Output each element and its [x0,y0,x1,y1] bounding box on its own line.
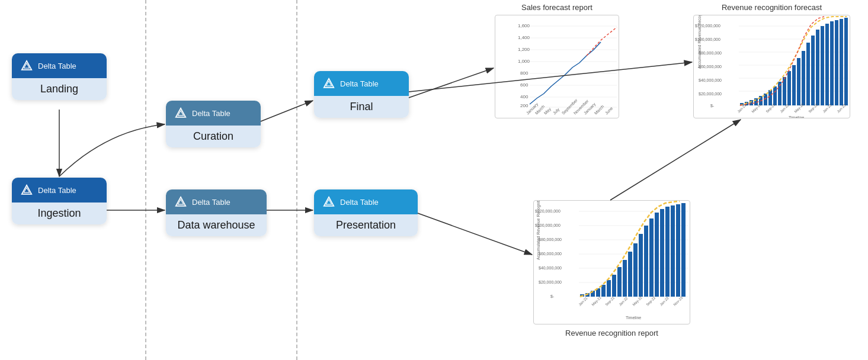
svg-text:Timeline: Timeline [626,316,641,320]
chart-sales-forecast-label: Sales forecast report [495,3,619,12]
svg-text:Sep-21: Sep-21 [604,295,615,306]
node-curation-body: Curation [166,126,261,147]
svg-text:1,200: 1,200 [518,47,530,52]
node-presentation-header-text: Delta Table [340,198,379,207]
divider-1 [145,0,146,360]
node-presentation-body: Presentation [314,214,418,236]
svg-text:1,000: 1,000 [518,59,530,64]
node-datawarehouse-header: Delta Table [166,189,267,214]
chart-sales-forecast-svg: 1,600 1,400 1,200 1,000 800 600 400 200 … [495,15,619,118]
node-landing-header-text: Delta Table [38,62,76,70]
node-final-header-text: Delta Table [340,79,379,88]
svg-line-120 [261,101,313,121]
svg-rect-57 [825,24,829,105]
svg-rect-60 [840,19,843,105]
svg-text:Nov-23: Nov-23 [672,295,683,306]
svg-rect-55 [816,30,819,105]
chart-sales-forecast: 1,600 1,400 1,200 1,000 800 600 400 200 … [495,15,619,118]
svg-rect-52 [802,51,805,105]
svg-text:July: July [552,107,561,116]
svg-rect-102 [665,207,670,297]
node-ingestion-header-text: Delta Table [38,186,76,195]
node-curation-header-text: Delta Table [192,109,230,118]
node-curation-header: Delta Table [166,101,261,126]
svg-rect-54 [811,36,815,105]
node-ingestion-header: Delta Table [12,178,107,202]
diagram-container: Delta Table Landing Delta Table Ingestio… [0,0,868,360]
svg-rect-41 [750,100,753,105]
svg-rect-46 [773,86,777,105]
svg-rect-90 [601,285,606,297]
node-landing: Delta Table Landing [12,53,107,100]
svg-rect-100 [655,213,659,297]
svg-text:$-: $- [710,104,715,108]
svg-text:$40,000,000: $40,000,000 [699,78,722,82]
node-ingestion: Delta Table Ingestion [12,178,107,224]
delta-icon-landing [20,59,33,72]
svg-text:$60,000,000: $60,000,000 [699,65,722,69]
node-ingestion-body: Ingestion [12,202,107,224]
node-datawarehouse-header-text: Delta Table [192,198,230,207]
svg-rect-59 [835,20,838,105]
node-final-header: Delta Table [314,71,409,96]
svg-text:$40,000,000: $40,000,000 [539,266,562,270]
svg-rect-51 [797,58,800,105]
node-datawarehouse-body: Data warehouse [166,214,267,236]
chart-revenue-forecast-svg: $120,000,000 $100,000,000 $80,000,000 $6… [694,15,850,118]
svg-text:$20,000,000: $20,000,000 [539,280,562,284]
svg-text:Jan-21: Jan-21 [578,296,588,307]
svg-rect-91 [607,280,611,297]
svg-rect-99 [649,218,654,297]
svg-rect-45 [768,90,772,105]
node-datawarehouse: Delta Table Data warehouse [166,189,267,236]
divider-2 [296,0,297,360]
node-curation: Delta Table Curation [166,101,261,147]
svg-text:Accumulated Revenue Recognitio: Accumulated Revenue Recognition [536,201,541,260]
svg-rect-58 [830,21,834,105]
svg-text:Jan-23: Jan-23 [659,296,670,307]
svg-line-122 [409,68,494,98]
svg-line-123 [610,120,741,200]
svg-rect-105 [681,203,686,297]
node-landing-header: Delta Table [12,53,107,78]
svg-text:May: May [543,107,552,115]
chart-revenue-forecast: $120,000,000 $100,000,000 $80,000,000 $6… [693,15,850,118]
chart-revenue-forecast-label: Revenue recognition forecast [693,3,850,12]
delta-icon-ingestion [20,184,33,197]
delta-icon-datawarehouse [174,195,187,208]
svg-text:June: June [604,106,614,115]
svg-text:$20,000,000: $20,000,000 [699,92,722,96]
svg-rect-50 [792,65,796,105]
svg-rect-96 [633,243,638,297]
chart-revenue-report-svg: $120,000,000 $100,000,000 $80,000,000 $6… [534,201,690,324]
svg-rect-93 [617,267,622,297]
svg-rect-95 [628,252,632,297]
svg-rect-103 [671,205,675,297]
svg-rect-94 [623,260,627,297]
svg-text:$80,000,000: $80,000,000 [539,237,562,242]
delta-icon-curation [174,107,187,120]
svg-text:$-: $- [550,294,555,298]
node-final: Delta Table Final [314,71,409,118]
chart-revenue-report-label: Revenue recognition report [533,329,690,338]
delta-icon-final [322,77,335,90]
node-presentation: Delta Table Presentation [314,189,418,236]
svg-text:600: 600 [520,82,529,88]
svg-text:800: 800 [520,70,529,76]
svg-rect-97 [639,234,643,297]
svg-text:May-21: May-21 [591,295,602,307]
svg-rect-53 [806,43,810,105]
svg-text:400: 400 [520,94,529,99]
svg-text:Timeline: Timeline [789,115,804,118]
svg-rect-101 [660,209,664,297]
svg-rect-49 [787,71,791,105]
svg-text:$60,000,000: $60,000,000 [539,252,562,256]
chart-revenue-report: $120,000,000 $100,000,000 $80,000,000 $6… [533,200,690,324]
svg-rect-104 [676,204,680,297]
svg-text:$80,000,000: $80,000,000 [699,51,722,55]
svg-text:Accumulated Revenue Recognitio: Accumulated Revenue Recognition [697,15,702,69]
delta-icon-presentation [322,195,335,208]
node-presentation-header: Delta Table [314,189,418,214]
svg-rect-92 [612,275,616,297]
svg-text:Jan-22: Jan-22 [618,296,629,307]
